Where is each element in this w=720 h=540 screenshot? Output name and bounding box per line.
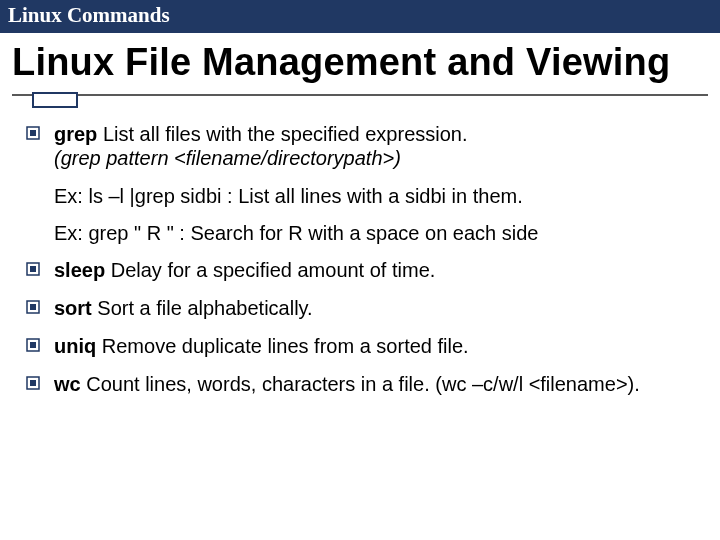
cmd-name: wc — [54, 373, 81, 395]
content-area: grep List all files with the specified e… — [26, 122, 694, 396]
title-accent-box — [32, 92, 78, 108]
cmd-name: grep — [54, 123, 97, 145]
bullet-icon — [26, 126, 40, 140]
list-item: grep List all files with the specified e… — [26, 122, 694, 170]
header-bar: Linux Commands — [0, 0, 720, 33]
svg-rect-5 — [30, 304, 36, 310]
cmd-desc: Remove duplicate lines from a sorted fil… — [96, 335, 468, 357]
cmd-syntax: (grep pattern <filename/directorypath>) — [54, 147, 401, 169]
bullet-icon — [26, 300, 40, 314]
svg-rect-1 — [30, 130, 36, 136]
list-item: wc Count lines, words, characters in a f… — [26, 372, 694, 396]
bullet-icon — [26, 338, 40, 352]
cmd-desc: Count lines, words, characters in a file… — [81, 373, 640, 395]
bullet-icon — [26, 376, 40, 390]
cmd-desc: Sort a file alphabetically. — [92, 297, 313, 319]
slide: Linux Commands Linux File Management and… — [0, 0, 720, 540]
svg-rect-3 — [30, 266, 36, 272]
page-title: Linux File Management and Viewing — [12, 41, 708, 84]
list-item: uniq Remove duplicate lines from a sorte… — [26, 334, 694, 358]
header-text: Linux Commands — [8, 3, 170, 27]
example-line: Ex: grep " R " : Search for R with a spa… — [26, 221, 694, 246]
cmd-desc: List all files with the specified expres… — [97, 123, 467, 145]
bullet-icon — [26, 262, 40, 276]
cmd-name: sort — [54, 297, 92, 319]
svg-rect-7 — [30, 342, 36, 348]
cmd-name: sleep — [54, 259, 105, 281]
cmd-desc: Delay for a specified amount of time. — [105, 259, 435, 281]
title-rule — [12, 94, 708, 96]
title-rule-wrap — [12, 94, 708, 116]
cmd-name: uniq — [54, 335, 96, 357]
example-line: Ex: ls –l |grep sidbi : List all lines w… — [26, 184, 694, 209]
list-item: sort Sort a file alphabetically. — [26, 296, 694, 320]
svg-rect-9 — [30, 380, 36, 386]
list-item: sleep Delay for a specified amount of ti… — [26, 258, 694, 282]
